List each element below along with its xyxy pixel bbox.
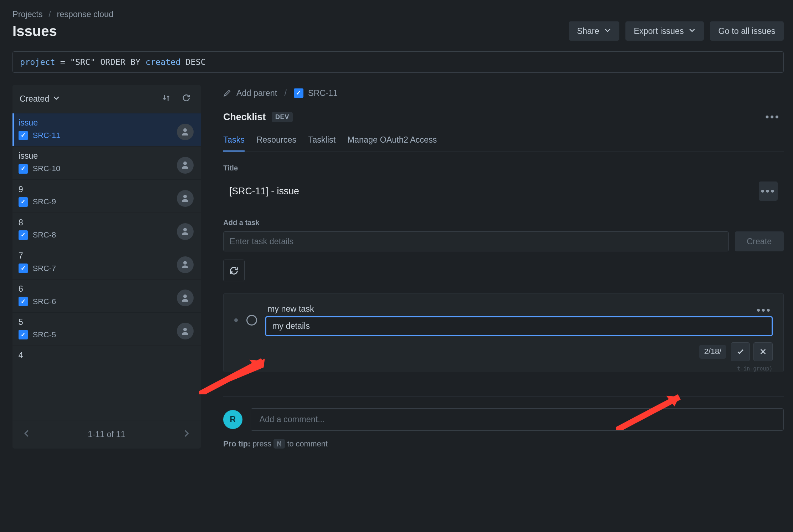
issue-list: issue SRC-11 issue SRC-10 9 SRC-9 — [12, 113, 201, 365]
add-task-input[interactable] — [223, 231, 729, 251]
issue-item[interactable]: 4 — [12, 346, 201, 365]
chevron-right-icon — [181, 429, 191, 438]
task-date[interactable]: 2/18/ — [699, 345, 726, 359]
prev-page-button[interactable] — [20, 426, 34, 443]
title-field-label: Title — [223, 164, 783, 172]
pro-tip: Pro tip: press M to comment — [223, 439, 783, 449]
issue-key: SRC-11 — [33, 131, 60, 140]
sort-desc-icon — [162, 93, 171, 103]
share-button[interactable]: Share — [569, 21, 620, 41]
pencil-icon — [223, 89, 231, 97]
refresh-list-button[interactable] — [179, 91, 194, 107]
assignee-avatar[interactable] — [177, 124, 194, 140]
detail-breadcrumb: Add parent / SRC-11 — [223, 88, 783, 98]
export-issues-button[interactable]: Export issues — [625, 21, 704, 41]
panel-badge: DEV — [272, 112, 293, 122]
close-icon — [759, 348, 767, 355]
user-avatar[interactable]: R — [223, 410, 242, 429]
issue-type-icon — [19, 264, 28, 273]
title-value[interactable]: [SRC-11] - issue — [229, 186, 299, 197]
sort-dropdown[interactable]: Created — [20, 94, 60, 104]
title-row: [SRC-11] - issue ••• — [223, 177, 783, 205]
issue-type-icon — [19, 197, 28, 207]
issue-item[interactable]: issue SRC-10 — [12, 146, 201, 179]
share-label: Share — [577, 26, 599, 36]
issue-item[interactable]: 8 SRC-8 — [12, 213, 201, 246]
separator — [223, 396, 783, 397]
add-task-label: Add a task — [223, 219, 783, 227]
comment-input[interactable] — [251, 408, 784, 430]
refresh-icon — [229, 265, 239, 276]
issue-key: SRC-5 — [33, 330, 56, 339]
issue-type-icon — [19, 297, 28, 306]
chevron-left-icon — [22, 429, 32, 438]
go-to-all-issues-button[interactable]: Go to all issues — [710, 21, 784, 41]
header-actions: Share Export issues Go to all issues — [569, 21, 784, 41]
assignee-avatar[interactable] — [177, 190, 194, 207]
issue-key: SRC-7 — [33, 264, 56, 273]
title-more-button[interactable]: ••• — [759, 181, 778, 200]
issue-item[interactable]: 5 SRC-5 — [12, 312, 201, 346]
confirm-button[interactable] — [731, 342, 750, 361]
add-parent-button[interactable]: Add parent — [223, 88, 277, 98]
check-icon — [736, 348, 745, 356]
jql-query-bar[interactable]: project = "SRC" ORDER BY created DESC — [12, 51, 784, 73]
issue-list-pagination: 1-11 of 11 — [12, 420, 201, 449]
create-task-button[interactable]: Create — [735, 231, 784, 251]
assignee-avatar[interactable] — [177, 157, 194, 174]
sort-label: Created — [20, 94, 49, 104]
issue-key: SRC-10 — [33, 164, 60, 173]
panel-more-button[interactable]: ••• — [762, 109, 784, 126]
cancel-button[interactable] — [753, 342, 772, 361]
jql-keyword-created: created — [145, 57, 181, 67]
issue-item[interactable]: 7 SRC-7 — [12, 246, 201, 279]
tab-resources[interactable]: Resources — [256, 132, 296, 152]
next-page-button[interactable] — [179, 426, 194, 443]
panel-tabs: Tasks Resources Tasklist Manage OAuth2 A… — [223, 132, 783, 152]
issue-detail-panel: Add parent / SRC-11 Checklist DEV ••• Ta… — [223, 85, 783, 449]
issue-type-icon — [19, 131, 28, 140]
tab-oauth2[interactable]: Manage OAuth2 Access — [348, 132, 437, 152]
issue-summary: 9 — [19, 185, 195, 194]
sort-direction-button[interactable] — [159, 91, 173, 107]
issue-key: SRC-6 — [33, 297, 56, 306]
breadcrumb-projects[interactable]: Projects — [12, 10, 42, 19]
issue-type-icon — [19, 230, 28, 240]
issue-key-label: SRC-11 — [308, 88, 338, 98]
assignee-avatar[interactable] — [177, 223, 194, 240]
task-more-button[interactable]: ••• — [753, 302, 775, 318]
issue-summary: issue — [19, 151, 195, 161]
issue-summary: 4 — [19, 351, 195, 360]
task-name: my new task — [265, 304, 773, 314]
issue-item[interactable]: issue SRC-11 — [12, 113, 201, 146]
issue-summary: 8 — [19, 218, 195, 227]
issue-summary: 7 — [19, 251, 195, 261]
task-details-input[interactable] — [265, 316, 773, 336]
breadcrumb-separator: / — [48, 10, 51, 19]
assignee-avatar[interactable] — [177, 256, 194, 273]
task-checkbox[interactable] — [246, 315, 257, 326]
issue-list-sidebar: Created issue — [12, 85, 201, 449]
issue-key: SRC-8 — [33, 230, 56, 240]
assignee-avatar[interactable] — [177, 323, 194, 339]
pagination-range: 1-11 of 11 — [88, 430, 125, 439]
issue-type-icon — [19, 164, 28, 174]
issue-summary: 6 — [19, 284, 195, 294]
issue-key-chip[interactable]: SRC-11 — [294, 88, 338, 98]
chevron-down-icon — [53, 94, 60, 104]
issue-item[interactable]: 9 SRC-9 — [12, 179, 201, 213]
assignee-avatar[interactable] — [177, 290, 194, 306]
issue-type-icon — [294, 88, 303, 98]
tab-tasks[interactable]: Tasks — [223, 132, 245, 152]
breadcrumb-project-name[interactable]: response cloud — [57, 10, 113, 19]
page-title: Issues — [12, 23, 57, 39]
refresh-icon — [181, 93, 191, 103]
breadcrumb: Projects / response cloud — [12, 10, 784, 19]
issue-key: SRC-9 — [33, 197, 56, 206]
refresh-tasks-button[interactable] — [223, 260, 245, 281]
issue-summary: issue — [19, 118, 195, 128]
task-card: ••• my new task 2/18/ — [223, 293, 783, 372]
tab-tasklist[interactable]: Tasklist — [308, 132, 336, 152]
export-label: Export issues — [634, 26, 684, 36]
issue-item[interactable]: 6 SRC-6 — [12, 279, 201, 312]
